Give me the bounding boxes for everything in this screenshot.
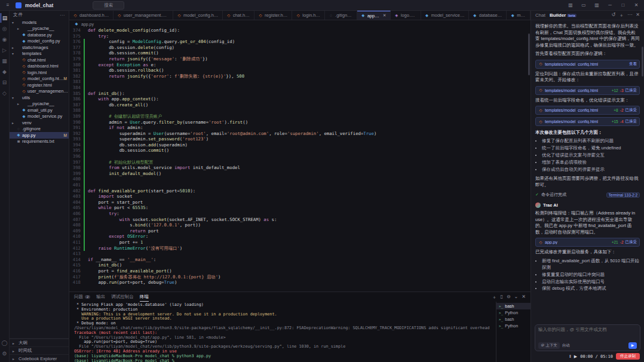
file-change-chip[interactable]: ◇templates/model_config.html查看 — [535, 60, 640, 69]
tree-item-label: .gitignore — [21, 126, 69, 131]
tab-.gitignore[interactable]: ◌.gitignore — [325, 11, 357, 20]
layout-panel-icon[interactable]: ▭ — [579, 2, 588, 8]
tab-mo...[interactable]: ◆mo... — [507, 11, 530, 20]
panel-tab-问题[interactable]: 问题2 — [74, 292, 90, 302]
tab-database.py[interactable]: ◆database.py — [469, 11, 507, 20]
remote-icon[interactable]: ⊟ — [1, 78, 9, 87]
panel-tab-终端[interactable]: 终端 — [140, 292, 149, 302]
maximize-icon[interactable]: □ — [619, 2, 627, 8]
tree-item-app.py[interactable]: ◆app.pyM — [10, 132, 69, 139]
split-terminal-icon[interactable]: ▯ — [500, 294, 502, 300]
panel-tab-输出[interactable]: 输出 — [96, 292, 105, 302]
context-chip[interactable]: ＠ 上下文 — [538, 342, 560, 349]
extensions-icon[interactable]: ▦ — [1, 56, 9, 66]
layout-sidebar-right-icon[interactable]: ▥ — [593, 2, 601, 8]
ai-chat-icon[interactable]: ◆ — [1, 67, 9, 76]
tree-item-.gitignore[interactable]: ◌.gitignore — [10, 126, 69, 133]
file-icon: ◆ — [22, 32, 26, 37]
tab-app.py[interactable]: ◆app.py✕ — [357, 11, 391, 20]
terminal-session[interactable]: >_bash — [496, 303, 530, 309]
panel-tab-调试控制台[interactable]: 调试控制台 — [111, 292, 134, 302]
tab-model_config.html[interactable]: ◇model_config.html — [173, 11, 223, 20]
section-codebook-explorer[interactable]: ▸ Codebook Explorer — [10, 354, 69, 362]
tree-item-email_util.py[interactable]: ◆email_util.py — [10, 107, 69, 113]
explorer-more-icon[interactable]: ⋯ — [60, 13, 65, 18]
breadcrumb[interactable]: ◆ app.py — [69, 20, 530, 27]
pause-icon[interactable]: ‖ — [569, 354, 571, 358]
tree-item-utils[interactable]: ▾utils — [10, 94, 69, 101]
tree-item-login.html[interactable]: ◇login.html — [10, 69, 69, 76]
chip-action-label[interactable]: 已接受 — [625, 88, 637, 93]
tree-item-database.py[interactable]: ◆database.py — [10, 32, 69, 38]
model-selector[interactable]: 自动 — [562, 343, 570, 348]
chip-action-label[interactable]: 已接受 — [625, 240, 637, 245]
close-icon[interactable]: ✕ — [382, 13, 387, 18]
editor-scrollbar[interactable] — [528, 33, 530, 75]
section-timeline[interactable]: ▸ 时间线 — [10, 346, 69, 354]
new-chat-icon[interactable]: ＋ — [619, 12, 624, 19]
close-icon[interactable]: ✕ — [632, 2, 640, 8]
run-debug-icon[interactable]: ▷ — [1, 45, 9, 55]
more-icon[interactable]: ⋯ — [627, 12, 632, 19]
tree-item-static_images[interactable]: ▸static/images — [10, 44, 69, 51]
tab-chat.html[interactable]: ◇chat.html — [223, 11, 254, 20]
tree-item-model_config.html[interactable]: ◇model_config.htmlM — [10, 76, 69, 82]
minimize-icon[interactable]: ─ — [606, 2, 614, 8]
diff-added-indicator — [84, 234, 85, 240]
tab-model_service.py[interactable]: ◆model_service.py — [421, 11, 469, 20]
chat-tab-chat[interactable]: Chat — [535, 13, 545, 18]
file-change-chip[interactable]: ◇templates/model_config.html+12-3已接受 — [535, 86, 640, 95]
section-outline[interactable]: ▸ 大纲 — [10, 339, 69, 346]
chat-input[interactable] — [538, 327, 637, 340]
terminal-session[interactable]: >_Python — [496, 309, 530, 316]
tree-item-register.html[interactable]: ◇register.html — [10, 82, 69, 88]
history-icon[interactable]: ↺ — [612, 12, 616, 19]
tree-item-templates[interactable]: ▾templates — [10, 51, 69, 57]
tree-item-__pycache__[interactable]: ▸__pycache__ — [10, 26, 69, 32]
tree-item-requirements.txt[interactable]: ≣requirements.txt — [10, 139, 69, 145]
maximize-panel-icon[interactable]: ⌄ — [514, 294, 519, 300]
close-panel-icon[interactable]: ✕ — [636, 12, 640, 19]
tab-user_management.html[interactable]: ◇user_management.html — [114, 11, 173, 20]
tree-item-model_config.py[interactable]: ◆model_config.py — [10, 38, 69, 45]
menu-icon[interactable]: ≡ — [4, 2, 12, 8]
tree-item-dashboard.html[interactable]: ◇dashboard.html — [10, 63, 69, 70]
tree-item-venv[interactable]: ▸venv — [10, 119, 69, 126]
close-panel-icon[interactable]: ✕ — [522, 294, 526, 300]
layout-sidebar-left-icon[interactable]: ▥ — [566, 2, 575, 8]
bookmark-icon[interactable]: ◇ — [1, 88, 9, 98]
new-terminal-icon[interactable]: ＋ — [492, 294, 496, 300]
code-editor[interactable]: 374def delete_model_config(config_id):37… — [69, 27, 530, 292]
play-icon[interactable]: ▶ — [574, 354, 577, 359]
chat-tab-builder[interactable]: Builderbeta — [550, 13, 576, 18]
kill-terminal-icon[interactable]: ⊖ — [507, 294, 511, 300]
file-change-chip[interactable]: ◇templates/model_config.html+15-4已接受 — [535, 117, 640, 126]
file-change-chip[interactable]: ◇templates/model_config.html+8-2已接受 — [535, 106, 640, 115]
tree-item-model_service.py[interactable]: ◆model_service.py — [10, 113, 69, 120]
search-pill[interactable]: 搜索 — [93, 1, 124, 10]
tree-item-user_management.html[interactable]: ◇user_management.html — [10, 88, 69, 95]
settings-gear-icon[interactable]: ⚙ — [1, 349, 9, 358]
chip-action-label[interactable]: 已接受 — [625, 108, 637, 113]
tree-item-__pycache__[interactable]: ▸__pycache__ — [10, 101, 69, 108]
chip-action-label[interactable]: 已接受 — [625, 119, 637, 124]
search-icon[interactable]: ◎ — [1, 24, 9, 33]
tab-register.html[interactable]: ◇register.html — [254, 11, 292, 20]
tab-logo.svg[interactable]: ◈logo.svg — [391, 11, 421, 20]
tab-login.html[interactable]: ◇login.html — [292, 11, 325, 20]
terminal-session[interactable]: >_Python — [496, 323, 530, 329]
terminal[interactable]: * Serving Flask app 'models.database' (l… — [69, 302, 496, 362]
stop-recording-button[interactable]: 停止录制 — [616, 353, 640, 360]
explorer-icon[interactable]: ▤ — [1, 13, 9, 23]
chat-scrollbar[interactable] — [642, 47, 643, 76]
tree-item-models[interactable]: ▾models — [10, 19, 69, 26]
send-button[interactable]: ▶ — [628, 342, 637, 349]
file-change-chip[interactable]: ◇app.py+21-2已接受 — [535, 238, 640, 247]
source-control-icon[interactable]: ◉ — [1, 35, 9, 44]
tab-dashboard.html[interactable]: ◇dashboard.html — [69, 11, 114, 20]
chip-action-label[interactable]: 查看 — [629, 62, 637, 67]
terminal-ref-chip[interactable]: Terminal 133-2:2 — [606, 192, 640, 198]
terminal-session[interactable]: >_bash — [496, 316, 530, 323]
account-icon[interactable]: ◯ — [1, 338, 9, 348]
tree-item-chat.html[interactable]: ◇chat.html — [10, 57, 69, 63]
